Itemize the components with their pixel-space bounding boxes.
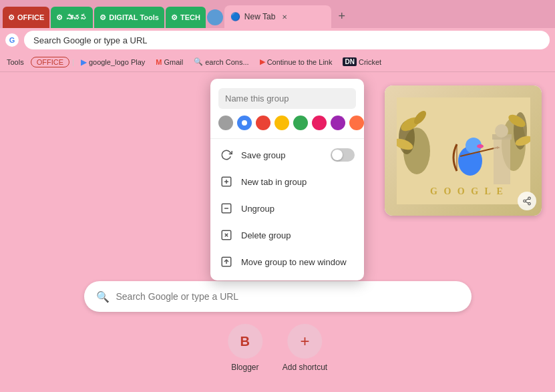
save-group-toggle[interactable] (331, 148, 355, 162)
bookmark-tools[interactable]: Tools (3, 57, 28, 67)
svg-point-30 (528, 197, 531, 200)
address-input[interactable] (24, 31, 550, 49)
main-content: Save group New tab in group (0, 72, 555, 392)
menu-ungroup[interactable]: Ungroup (210, 195, 364, 222)
tab-chip-tech[interactable]: ⚙ TECH (166, 7, 206, 28)
color-yellow[interactable] (274, 116, 289, 130)
new-tab-button[interactable]: + (333, 7, 351, 25)
main-search-input[interactable] (116, 291, 459, 302)
menu-move-group[interactable]: Move group to new window (210, 248, 364, 275)
shortcuts-row: B Blogger + Add shortcut (228, 324, 327, 372)
office-icon: ⚙ (8, 13, 15, 22)
add-shortcut-label: Add shortcut (283, 363, 327, 372)
svg-rect-27 (494, 138, 510, 184)
divider-1 (210, 138, 364, 139)
color-purple[interactable] (331, 116, 345, 130)
bookmark-google-play[interactable]: ▶ google_logo Play (77, 56, 149, 68)
shortcut-blogger[interactable]: B Blogger (228, 324, 262, 372)
tab-chip-telugu[interactable]: ⚙ సూచన (51, 7, 93, 28)
ungroup-icon (220, 202, 233, 215)
color-pink[interactable] (312, 116, 327, 130)
color-red[interactable] (256, 116, 270, 130)
cricket-logo: DN (343, 57, 356, 66)
new-tab-icon (220, 175, 233, 188)
delete-group-icon (220, 228, 233, 242)
svg-point-32 (528, 202, 531, 205)
save-group-label: Save group (241, 150, 286, 160)
bookmark-search-cons[interactable]: 🔍 earch Cons... (190, 56, 252, 67)
bookmark-office[interactable]: OFFICE (31, 57, 69, 67)
group-name-input[interactable] (218, 88, 356, 109)
bookmark-cricket[interactable]: DN Cricket (339, 56, 385, 67)
bookmarks-bar: Tools OFFICE | ▶ google_logo Play M Gmai… (0, 52, 555, 72)
color-teal[interactable] (349, 116, 364, 130)
share-icon[interactable] (518, 192, 536, 210)
add-shortcut-icon: + (288, 324, 323, 359)
menu-delete-group[interactable]: Delete group (210, 222, 364, 248)
bookmark-gmail[interactable]: M Gmail (152, 57, 187, 67)
tab-chip-digital[interactable]: ⚙ DIGITAL Tools (94, 7, 164, 28)
context-menu: Save group New tab in group (210, 79, 364, 280)
shortcut-add[interactable]: + Add shortcut (283, 324, 327, 372)
search-icon: 🔍 (96, 290, 110, 303)
tab-close-button[interactable]: ✕ (279, 11, 290, 22)
menu-save-group[interactable]: Save group (210, 142, 364, 168)
tech-icon: ⚙ (171, 13, 178, 22)
active-tab-label: New Tab (244, 12, 275, 21)
bookmark-separator-1: | (72, 58, 74, 66)
google-logo: G (5, 33, 19, 47)
menu-new-tab-in-group[interactable]: New tab in group (210, 168, 364, 195)
color-selector-row (210, 113, 364, 136)
search-bar: 🔍 (84, 281, 472, 312)
svg-point-31 (524, 200, 526, 202)
google-play-icon: ▶ (81, 57, 87, 67)
blogger-icon: B (228, 324, 262, 359)
new-tab-in-group-label: New tab in group (241, 177, 307, 187)
toggle-knob (332, 150, 343, 160)
blogger-label: Blogger (231, 363, 258, 372)
address-bar-row: G (0, 28, 555, 52)
svg-line-33 (526, 202, 528, 203)
active-tab[interactable]: 🔵 New Tab ✕ (224, 5, 331, 28)
digital-icon: ⚙ (100, 13, 106, 22)
name-input-row (210, 84, 364, 113)
move-group-label: Move group to new window (241, 257, 347, 267)
svg-point-29 (495, 124, 508, 138)
color-green[interactable] (293, 116, 308, 130)
tab-chip-office[interactable]: ⚙ OFFICE (3, 7, 49, 28)
search-cons-icon: 🔍 (194, 57, 203, 66)
bookmark-continue-link[interactable]: ▶ Continue to the Link (256, 56, 337, 67)
move-group-icon (220, 255, 233, 268)
tab-favicon: 🔵 (231, 12, 240, 21)
save-group-icon (220, 148, 233, 162)
svg-text:G  O  O  G  L  E: G O O G L E (430, 186, 505, 196)
color-blue[interactable] (237, 116, 252, 130)
search-bar-container: 🔍 (84, 281, 472, 312)
youtube-icon: ▶ (260, 57, 265, 66)
doodle-card: G O O G L E (385, 85, 542, 216)
svg-point-25 (477, 144, 484, 148)
tab-group-dot[interactable] (207, 9, 223, 25)
ungroup-label: Ungroup (241, 204, 274, 214)
telugu-icon: ⚙ (56, 13, 63, 22)
delete-group-label: Delete group (241, 230, 291, 240)
svg-line-34 (526, 199, 528, 200)
color-grey[interactable] (218, 116, 233, 130)
tab-bar: ⚙ OFFICE ⚙ సూచన ⚙ DIGITAL Tools ⚙ TECH 🔵… (0, 0, 555, 28)
gmail-icon: M (156, 58, 162, 66)
